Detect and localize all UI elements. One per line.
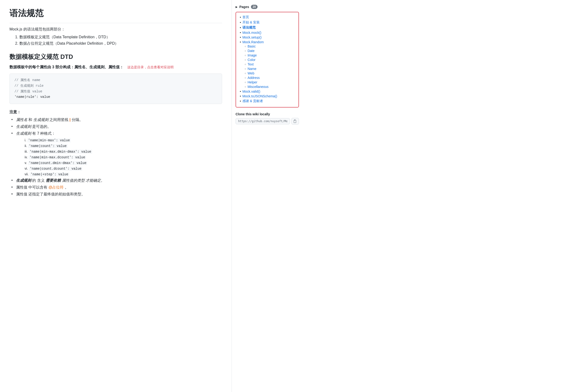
toc-sub-text[interactable]: Text [244,62,295,66]
pages-count-badge: 20 [251,5,257,9]
sub-formats-list: 'name|min-max': value 'name|count': valu… [16,138,222,176]
note-attr-name: 属性名 [16,118,28,122]
note-gen-rule-2: 生成规则 [16,124,31,128]
code-line-1: // 属性名 name [15,78,217,83]
toc-link-thanks[interactable]: 感谢 & 贡献者 [240,99,295,103]
toc-item-mock-setup[interactable]: Mock.setup() [240,36,295,39]
format-ii-code: 'name|count': value [28,144,68,148]
toc-sub-link-helper[interactable]: Helper [244,80,295,84]
format-iv-code: 'name|min-max.dcount': value [29,155,86,160]
toc-item-home[interactable]: 首页 [240,15,295,20]
toc-sub-name[interactable]: Name [244,67,295,71]
toc-sub-helper[interactable]: Helper [244,80,295,84]
intro-list-item-1: 数据模板定义规范（Data Template Definition，DTD） [15,35,222,40]
toc-sub-link-address[interactable]: Address [244,76,295,80]
toc-link-mock-mock[interactable]: Mock.mock() [240,31,295,34]
toc-sub-link-text[interactable]: Text [244,62,295,66]
format-iv: 'name|min-max.dcount': value [23,155,222,159]
note-item-6: 属性值 还指定了最终值的初始值和类型。 [11,192,222,197]
note-bold-italic-1: 生成规则 [16,178,31,182]
toc-sub-basic[interactable]: Basic [244,44,295,48]
intro-list-item-2: 数据占位符定义规范（Data Placeholder Definition，DP… [15,41,222,46]
format-vi: 'name|count.dcount': value [23,166,222,170]
toc-link-mock-setup[interactable]: Mock.setup() [240,36,295,39]
toc-sub-link-color[interactable]: Color [244,58,295,62]
notes-list: 属性名 和 生成规则 之间用竖线 | 分隔。 生成规则 是可选的。 生成规则 有… [10,118,222,197]
pages-header[interactable]: ▶ Pages 20 [235,5,299,9]
toc-link-home[interactable]: 首页 [240,15,295,20]
separator-bar: | [70,118,71,122]
toc-item-start[interactable]: 开始 & 安装 [240,20,295,24]
toc-item-mock-valid[interactable]: Mock.valid() [240,90,295,93]
code-line-4: 'name|rule': value [15,94,217,100]
format-ii: 'name|count': value [23,144,222,148]
main-content: 语法规范 Mock.js 的语法规范包括两部分： 数据模板定义规范（Data T… [0,0,232,392]
note-italic-end: 才能确定。 [86,178,105,182]
format-vii: 'name|+step': value [23,172,222,176]
toc-item-mock-mock[interactable]: Mock.mock() [240,31,295,34]
dtd-heading: 数据模板定义规范 DTD [10,53,222,61]
format-v: 'name|count.dmin-dmax': value [23,161,222,165]
toc-sub-image[interactable]: Image [244,54,295,57]
note-item-5: 属性值 中可以含有 @占位符 。 [11,185,222,190]
format-i-code: 'name|min-max': value [27,138,71,142]
toc-link-mock-valid[interactable]: Mock.valid() [240,90,295,93]
note-item-2: 生成规则 是可选的。 [11,124,222,129]
toc-link-mock-random[interactable]: Mock.Random [240,40,295,44]
toc-sub-link-misc[interactable]: Miscellaneous [244,85,295,88]
format-i: 'name|min-max': value [23,138,222,142]
toc-item-thanks[interactable]: 感谢 & 贡献者 [240,99,295,103]
note-bold-italic-2: 需要依赖 属性值的类型 [46,178,84,182]
intro-list: 数据模板定义规范（Data Template Definition，DTD） 数… [10,35,222,46]
code-line-2: // 生成规则 rule [15,83,217,89]
format-v-code: 'name|count.dmin-dmax': value [28,161,88,165]
pages-label: Pages [239,5,249,9]
code-line-3: // 属性值 value [15,89,217,94]
page-title: 语法规范 [10,8,222,23]
format-iii-code: 'name|min-max.dmin-dmax': value [29,150,92,154]
toc-link-start[interactable]: 开始 & 安装 [240,20,295,24]
toc-sub-link-name[interactable]: Name [244,67,295,71]
clone-url-input[interactable] [235,118,290,124]
toc-sub-date[interactable]: Date [244,49,295,53]
intro-text: Mock.js 的语法规范包括两部分： [10,27,222,32]
dtd-sublabel: 数据模板中的每个属性由 3 部分构成：属性名、生成规则、属性值： 这边是目录，点… [10,65,222,70]
toc-item-mock-random[interactable]: Mock.Random Basic Date Image Color Text … [240,40,295,88]
clone-label: Clone this wiki locally [235,112,299,116]
format-iii: 'name|min-max.dmin-dmax': value [23,149,222,154]
toc-item-mock-tojson[interactable]: Mock.toJSONSchema() [240,94,295,98]
toc-item-syntax[interactable]: 语法规范 [240,26,295,30]
clipboard-icon [293,119,297,123]
toc-link-syntax[interactable]: 语法规范 [240,26,295,30]
chevron-right-icon: ▶ [235,6,237,8]
toc-sub-misc[interactable]: Miscellaneous [244,85,295,88]
note-item-1: 属性名 和 生成规则 之间用竖线 | 分隔。 [11,118,222,122]
toc-sub-link-image[interactable]: Image [244,54,295,57]
toc-sub-address[interactable]: Address [244,76,295,80]
copy-url-button[interactable] [292,118,299,124]
toc-box: 首页 开始 & 安装 语法规范 Mock.mock() Mock.setup()… [235,12,299,108]
annotation-text: 这边是目录，点击查看对应说明 [127,65,174,70]
format-vi-code: 'name|count.dcount': value [29,166,82,171]
toc-sub-web[interactable]: Web [244,71,295,75]
toc-link-mock-tojson[interactable]: Mock.toJSONSchema() [240,94,295,98]
toc-sub-link-basic[interactable]: Basic [244,44,295,48]
note-item-3: 生成规则 有 7 种格式： 'name|min-max': value 'nam… [11,131,222,176]
note-item-4: 生成规则 的 含义 需要依赖 属性值的类型 才能确定。 [11,178,222,183]
placeholder-text: @占位符 [49,185,64,189]
sidebar: ▶ Pages 20 首页 开始 & 安装 语法规范 Mock.mock() M… [232,0,303,392]
toc-list: 首页 开始 & 安装 语法规范 Mock.mock() Mock.setup()… [240,15,295,103]
toc-sub-list-random: Basic Date Image Color Text Name Web Add… [240,44,295,88]
format-vii-code: 'name|+step': value [30,172,69,176]
clone-input-row [235,118,299,124]
dtd-sublabel-text: 数据模板中的每个属性由 3 部分构成：属性名、生成规则、属性值： [10,65,123,70]
note-gen-rule-3: 生成规则 [16,132,31,136]
dtd-code-block: // 属性名 name // 生成规则 rule // 属性值 value 'n… [10,74,222,104]
toc-sub-color[interactable]: Color [244,58,295,62]
toc-sub-link-date[interactable]: Date [244,49,295,53]
notice-heading: 注意： [10,110,222,114]
toc-sub-link-web[interactable]: Web [244,71,295,75]
clone-section: Clone this wiki locally [235,112,299,124]
note-gen-rule: 生成规则 [33,118,49,122]
